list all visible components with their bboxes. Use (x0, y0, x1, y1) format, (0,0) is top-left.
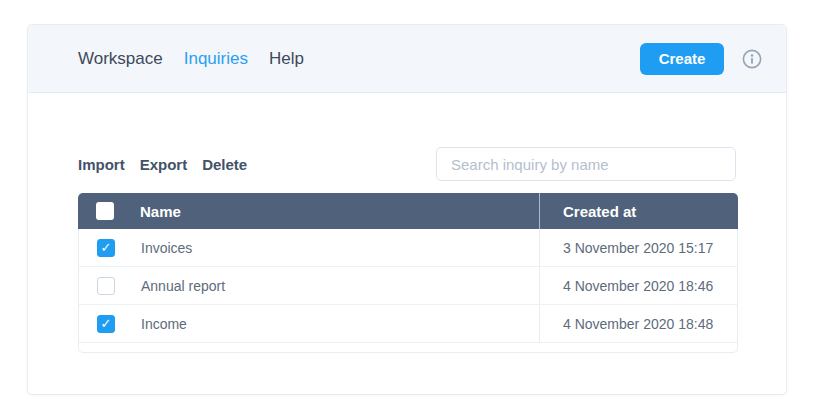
select-all-checkbox[interactable] (96, 202, 114, 220)
app-card: Workspace Inquiries Help Create Import E… (27, 24, 787, 395)
row-checkbox[interactable] (97, 277, 115, 295)
table-header-row: Name Created at (78, 193, 738, 229)
info-icon[interactable] (741, 48, 763, 70)
main-nav: Workspace Inquiries Help (78, 49, 304, 69)
inquiries-table: Name Created at Invoices 3 November 2020… (78, 193, 738, 353)
nav-item-help[interactable]: Help (269, 49, 304, 69)
table-body: Invoices 3 November 2020 15:17 Annual re… (78, 229, 738, 353)
delete-button[interactable]: Delete (202, 156, 247, 173)
topbar-right-group: Create (640, 43, 763, 75)
content-area: Import Export Delete Name Created at Inv… (28, 93, 786, 353)
column-header-created-at: Created at (563, 203, 636, 220)
row-name: Annual report (141, 278, 539, 294)
nav-item-workspace[interactable]: Workspace (78, 49, 163, 69)
row-created-at: 3 November 2020 15:17 (563, 240, 713, 256)
bulk-actions: Import Export Delete (78, 156, 247, 173)
column-header-name: Name (140, 203, 539, 220)
create-button[interactable]: Create (640, 43, 724, 75)
search-input[interactable] (436, 147, 736, 181)
row-created-at: 4 November 2020 18:46 (563, 278, 713, 294)
table-row[interactable]: Invoices 3 November 2020 15:17 (79, 229, 737, 267)
top-navigation-bar: Workspace Inquiries Help Create (28, 25, 786, 93)
import-button[interactable]: Import (78, 156, 125, 173)
toolbar: Import Export Delete (78, 147, 736, 181)
nav-item-inquiries[interactable]: Inquiries (184, 49, 248, 69)
export-button[interactable]: Export (140, 156, 188, 173)
table-row[interactable]: Income 4 November 2020 18:48 (79, 305, 737, 343)
row-checkbox[interactable] (97, 315, 115, 333)
row-checkbox[interactable] (97, 239, 115, 257)
row-name: Invoices (141, 240, 539, 256)
row-name: Income (141, 316, 539, 332)
table-row[interactable]: Annual report 4 November 2020 18:46 (79, 267, 737, 305)
row-created-at: 4 November 2020 18:48 (563, 316, 713, 332)
